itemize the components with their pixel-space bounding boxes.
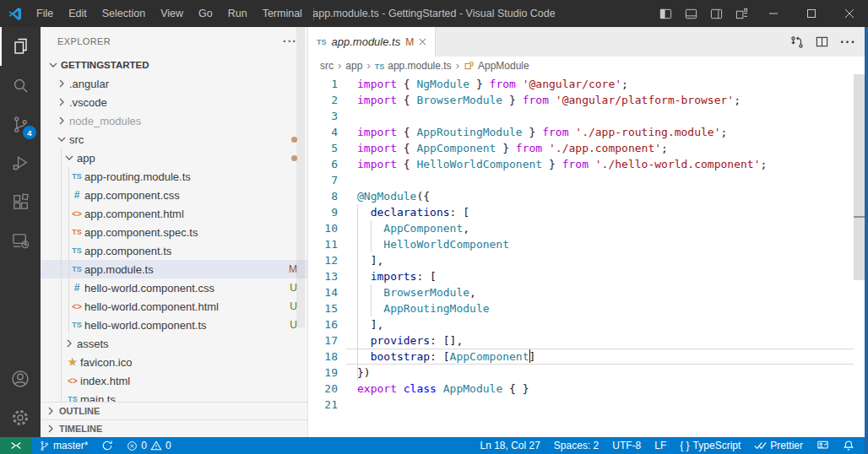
open-changes-icon[interactable] xyxy=(790,35,804,49)
code-line[interactable]: 13 imports: [ xyxy=(308,268,868,284)
code-editor[interactable]: 1import { NgModule } from '@angular/core… xyxy=(308,74,868,437)
cursor-position-status[interactable]: Ln 18, Col 27 xyxy=(473,437,546,454)
menu-view[interactable]: View xyxy=(153,0,191,27)
eol-status[interactable]: LF xyxy=(648,437,673,454)
code-line[interactable]: 17 providers: [], xyxy=(308,332,868,349)
tree-item--vscode[interactable]: .vscode xyxy=(41,93,307,111)
remote-icon xyxy=(10,440,22,451)
code-line[interactable]: 3 xyxy=(308,108,868,124)
tab-app-module[interactable]: TS app.module.ts M xyxy=(308,27,436,57)
tree-item-main-ts[interactable]: TSmain.ts xyxy=(41,390,307,402)
indentation-status[interactable]: Spaces: 2 xyxy=(547,437,605,454)
tree-item-label: .angular xyxy=(69,78,109,90)
activity-search[interactable] xyxy=(0,66,41,105)
minimize-button[interactable] xyxy=(754,0,792,27)
code-line[interactable]: 8@NgModule({ xyxy=(308,188,868,204)
more-actions-icon[interactable]: ··· xyxy=(283,35,297,48)
line-number: 2 xyxy=(308,92,338,108)
code-line[interactable]: 6import { HelloWorldComponent } from './… xyxy=(308,156,868,172)
code-line[interactable]: 12 ], xyxy=(308,252,868,268)
activity-remote-explorer[interactable] xyxy=(0,221,41,260)
activity-extensions[interactable] xyxy=(0,182,41,221)
tree-item-app-component-ts[interactable]: TSapp.component.ts xyxy=(41,241,307,260)
tree-item-app-component-css[interactable]: #app.component.css xyxy=(41,186,307,204)
problems-status[interactable]: 0 0 xyxy=(120,437,177,454)
git-branch-status[interactable]: master* xyxy=(32,437,95,454)
tree-item-src[interactable]: src xyxy=(41,130,307,149)
code-line[interactable]: 2import { BrowserModule } from '@angular… xyxy=(308,92,868,108)
code-line[interactable]: 15 AppRoutingModule xyxy=(308,300,868,316)
code-line[interactable]: 7 xyxy=(308,172,868,188)
tree-item-app-module-ts[interactable]: TSapp.module.tsM xyxy=(41,260,307,278)
toggle-panel-icon[interactable] xyxy=(678,0,703,27)
typescript-icon: TS xyxy=(375,60,385,72)
code-line[interactable]: 18 bootstrap: [AppComponent] xyxy=(308,349,868,365)
notifications-bell-icon[interactable] xyxy=(836,437,861,454)
menu-go[interactable]: Go xyxy=(191,0,220,27)
code-line[interactable]: 21 xyxy=(308,397,868,413)
code-line[interactable]: 9 declarations: [ xyxy=(308,204,868,220)
code-line[interactable]: 5import { AppComponent } from './app.com… xyxy=(308,140,868,156)
chevron-right-icon xyxy=(54,114,69,127)
line-number: 7 xyxy=(308,172,338,188)
extensions-icon xyxy=(11,192,30,212)
code-line[interactable]: 19}) xyxy=(308,365,868,381)
menu-terminal[interactable]: Terminal xyxy=(255,0,310,27)
tree-item-app-component-spec-ts[interactable]: TSapp.component.spec.ts xyxy=(41,223,307,241)
activity-explorer[interactable] xyxy=(0,27,41,66)
tree-item-favicon-ico[interactable]: ★favicon.ico xyxy=(41,353,307,371)
breadcrumb-app-module-ts[interactable]: TSapp.module.ts xyxy=(375,60,452,72)
sidebar-title: EXPLORER xyxy=(57,36,111,46)
activity-source-control[interactable]: 4 xyxy=(0,105,41,143)
code-line[interactable]: 4import { AppRoutingModule } from './app… xyxy=(308,124,868,140)
breadcrumb-src[interactable]: src xyxy=(320,60,334,72)
split-editor-icon[interactable] xyxy=(816,35,828,48)
breadcrumb-appmodule[interactable]: AppModule xyxy=(464,60,529,72)
code-line[interactable]: 16 ], xyxy=(308,316,868,332)
tab-bar: TS app.module.ts M ··· xyxy=(308,27,868,57)
outline-section[interactable]: OUTLINE xyxy=(41,402,307,419)
code-line[interactable]: 14 BrowserModule, xyxy=(308,284,868,300)
customize-layout-icon[interactable] xyxy=(729,0,754,27)
line-number: 15 xyxy=(308,300,338,316)
tree-item-index-html[interactable]: <>index.html xyxy=(41,371,307,390)
code-line[interactable]: 1import { NgModule } from '@angular/core… xyxy=(308,76,868,92)
activity-settings[interactable] xyxy=(0,398,41,437)
toggle-sidebar-icon[interactable] xyxy=(653,0,678,27)
formatter-status[interactable]: Prettier xyxy=(747,437,810,454)
typescript-icon: TS xyxy=(317,38,327,46)
menu-selection[interactable]: Selection xyxy=(95,0,153,27)
tree-item-app-routing-module-ts[interactable]: TSapp-routing.module.ts xyxy=(41,167,307,186)
code-line[interactable]: 11 HelloWorldComponent xyxy=(308,236,868,252)
tree-item--angular[interactable]: .angular xyxy=(41,74,307,93)
more-actions-icon[interactable]: ··· xyxy=(840,35,856,50)
breadcrumb-app[interactable]: app xyxy=(345,60,362,72)
tree-item-app[interactable]: app xyxy=(41,149,307,167)
sync-button[interactable] xyxy=(95,437,120,454)
maximize-button[interactable] xyxy=(792,0,830,27)
tree-item-hello-world-component-html[interactable]: <>hello-world.component.htmlU xyxy=(41,297,307,316)
sidebar-scrollbar[interactable] xyxy=(296,27,305,327)
tree-item-hello-world-component-ts[interactable]: TShello-world.component.tsU xyxy=(41,316,307,334)
tree-indent-guide xyxy=(61,149,62,402)
close-button[interactable] xyxy=(830,0,868,27)
feedback-icon[interactable] xyxy=(810,437,836,454)
toggle-secondary-sidebar-icon[interactable] xyxy=(703,0,729,27)
tree-item-node-modules[interactable]: node_modules xyxy=(41,111,307,130)
activity-run-and-debug[interactable] xyxy=(0,143,41,182)
menu-edit[interactable]: Edit xyxy=(61,0,95,27)
timeline-section[interactable]: TIMELINE xyxy=(41,419,307,437)
encoding-status[interactable]: UTF-8 xyxy=(605,437,648,454)
activity-accounts[interactable] xyxy=(0,359,41,398)
menu-file[interactable]: File xyxy=(29,0,61,27)
code-line[interactable]: 10 AppComponent, xyxy=(308,220,868,236)
menu-run[interactable]: Run xyxy=(220,0,255,27)
tree-item-app-component-html[interactable]: <>app.component.html xyxy=(41,204,307,223)
code-line[interactable]: 20export class AppModule { } xyxy=(308,381,868,397)
tree-item-gettingstarted[interactable]: GETTINGSTARTED xyxy=(41,56,307,74)
tree-item-hello-world-component-css[interactable]: #hello-world.component.cssU xyxy=(41,278,307,297)
tab-close-icon[interactable] xyxy=(419,38,426,46)
tree-item-assets[interactable]: assets xyxy=(41,334,307,353)
language-status[interactable]: { } TypeScript xyxy=(673,437,747,454)
remote-indicator[interactable] xyxy=(0,437,32,454)
